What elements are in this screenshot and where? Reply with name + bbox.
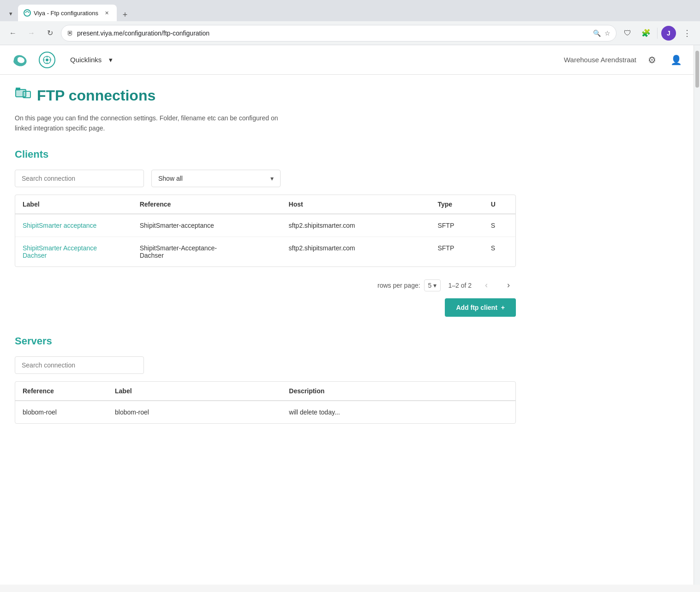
row-type: SFTP xyxy=(430,237,483,266)
quicklinks-label: Quicklinks xyxy=(70,56,102,64)
quicklinks-arrow-icon: ▾ xyxy=(109,56,113,64)
clients-pagination: rows per page: 5 ▾ 1–2 of 2 ‹ › xyxy=(15,272,516,298)
clients-search-input[interactable] xyxy=(15,170,144,187)
clients-table-header: Label Reference Host Type U xyxy=(15,195,515,214)
quicklinks-dropdown[interactable]: Quicklinks ▾ xyxy=(63,52,120,68)
new-tab-button[interactable]: + xyxy=(119,8,132,21)
servers-table: Reference Label Description blobom-roel … xyxy=(15,382,515,423)
rows-per-page-control: rows per page: 5 ▾ xyxy=(377,279,441,291)
clients-table-body: ShipitSmarter acceptance ShipitSmarter-a… xyxy=(15,214,515,266)
svg-point-2 xyxy=(46,59,48,61)
address-bar[interactable]: ⛨ present.viya.me/configuration/ftp-conf… xyxy=(61,25,616,41)
servers-table-body: blobom-roel blobom-roel will delete toda… xyxy=(15,401,515,423)
page-title-row: FTP connections xyxy=(15,86,516,106)
address-text: present.viya.me/configuration/ftp-config… xyxy=(77,30,589,37)
app-logo[interactable] xyxy=(9,52,31,68)
servers-col-header-reference: Reference xyxy=(15,382,108,401)
rows-select-arrow-icon: ▾ xyxy=(433,282,437,289)
page-description: On this page you can find the connection… xyxy=(15,113,516,134)
add-client-plus-icon: + xyxy=(501,304,505,311)
svg-rect-10 xyxy=(23,91,30,98)
row-type: SFTP xyxy=(430,214,483,237)
servers-col-header-label: Label xyxy=(108,382,281,401)
pagination-info: 1–2 of 2 xyxy=(448,282,472,289)
table-row: ShipitSmarter acceptance ShipitSmarter-a… xyxy=(15,214,515,237)
next-page-button[interactable]: › xyxy=(501,278,516,293)
back-button[interactable]: ← xyxy=(6,26,20,41)
tab-close-button[interactable]: ✕ xyxy=(103,9,111,17)
filter-arrow-icon: ▾ xyxy=(270,175,274,182)
server-row-reference: blobom-roel xyxy=(15,401,108,423)
clients-section-title: Clients xyxy=(15,148,516,160)
servers-table-wrapper: Reference Label Description blobom-roel … xyxy=(15,381,516,424)
rows-per-page-value: 5 xyxy=(428,282,432,289)
filter-label: Show all xyxy=(158,175,183,182)
col-header-label: Label xyxy=(15,195,132,214)
clients-table-controls: Show all ▾ xyxy=(15,170,516,187)
row-u: S xyxy=(484,237,515,266)
servers-section-title: Servers xyxy=(15,335,516,347)
tab-active[interactable]: Viya - Ftp configurations ✕ xyxy=(18,5,117,21)
row-label: ShipitSmarter AcceptanceDachser xyxy=(15,237,132,266)
scrollbar[interactable] xyxy=(694,45,700,585)
app-header: Quicklinks ▾ Warehouse Arendstraat ⚙ 👤 xyxy=(0,45,694,75)
header-nav: Quicklinks ▾ xyxy=(39,52,556,68)
security-icon: ⛨ xyxy=(67,30,73,37)
col-header-u: U xyxy=(484,195,515,214)
ftp-page-icon xyxy=(15,86,31,106)
clients-table: Label Reference Host Type U ShipitSmarte… xyxy=(15,195,515,266)
add-ftp-client-button[interactable]: Add ftp client + xyxy=(445,298,516,317)
page-title: FTP connections xyxy=(37,87,156,104)
col-header-type: Type xyxy=(430,195,483,214)
server-row-label: blobom-roel xyxy=(108,401,281,423)
row-host: sftp2.shipitsmarter.com xyxy=(281,214,431,237)
row-u: S xyxy=(484,214,515,237)
row-label: ShipitSmarter acceptance xyxy=(15,214,132,237)
svg-rect-9 xyxy=(16,88,20,90)
tab-active-label: Viya - Ftp configurations xyxy=(34,10,98,17)
tab-inactive[interactable]: ▾ xyxy=(4,6,18,21)
table-row: blobom-roel blobom-roel will delete toda… xyxy=(15,401,515,423)
user-avatar-button[interactable]: J xyxy=(661,26,676,41)
browser-toolbar: ← → ↻ ⛨ present.viya.me/configuration/ft… xyxy=(0,21,700,45)
browser-menu-button[interactable]: ⋮ xyxy=(680,26,694,41)
rows-per-page-select[interactable]: 5 ▾ xyxy=(424,279,441,291)
add-client-row: Add ftp client + xyxy=(15,298,516,317)
servers-table-header: Reference Label Description xyxy=(15,382,515,401)
settings-button[interactable]: ⚙ xyxy=(644,52,660,68)
row-reference: ShipitSmarter-acceptance xyxy=(132,214,281,237)
scrollbar-thumb[interactable] xyxy=(695,51,699,88)
search-icon: 🔍 xyxy=(593,30,601,37)
row-reference: ShipitSmarter-Acceptance-Dachser xyxy=(132,237,281,266)
page-content-area: Quicklinks ▾ Warehouse Arendstraat ⚙ 👤 xyxy=(0,45,694,585)
bookmark-icon: ☆ xyxy=(604,30,610,37)
user-profile-button[interactable]: 👤 xyxy=(668,52,684,68)
table-row: ShipitSmarter AcceptanceDachser ShipitSm… xyxy=(15,237,515,266)
prev-page-button[interactable]: ‹ xyxy=(479,278,494,293)
svg-point-0 xyxy=(24,10,30,16)
shield-extension-icon[interactable]: 🛡 xyxy=(620,26,635,41)
browser-chrome: ▾ Viya - Ftp configurations ✕ + ← → ↻ ⛨ … xyxy=(0,0,700,585)
warehouse-label: Warehouse Arendstraat xyxy=(564,56,636,64)
col-header-reference: Reference xyxy=(132,195,281,214)
clients-table-wrapper: Label Reference Host Type U ShipitSmarte… xyxy=(15,195,516,267)
rows-per-page-label: rows per page: xyxy=(377,282,420,289)
compass-button[interactable] xyxy=(39,52,55,68)
tab-bar: ▾ Viya - Ftp configurations ✕ + xyxy=(0,0,700,21)
client-link-1[interactable]: ShipitSmarter acceptance xyxy=(23,222,96,229)
tab-favicon xyxy=(24,9,31,17)
tab-inactive-arrow-icon: ▾ xyxy=(9,10,12,17)
reload-button[interactable]: ↻ xyxy=(42,26,57,41)
client-link-2[interactable]: ShipitSmarter AcceptanceDachser xyxy=(23,244,97,259)
main-page-content: FTP connections On this page you can fin… xyxy=(0,75,531,585)
server-row-description: will delete today... xyxy=(281,401,515,423)
servers-section: Servers Reference Label Description xyxy=(15,335,516,424)
puzzle-extension-icon[interactable]: 🧩 xyxy=(639,26,653,41)
row-host: sftp2.shipitsmarter.com xyxy=(281,237,431,266)
servers-table-controls xyxy=(15,356,516,374)
col-header-host: Host xyxy=(281,195,431,214)
servers-search-input[interactable] xyxy=(15,356,144,374)
clients-filter-dropdown[interactable]: Show all ▾ xyxy=(151,170,281,187)
servers-col-header-description: Description xyxy=(281,382,515,401)
forward-button[interactable]: → xyxy=(24,26,39,41)
